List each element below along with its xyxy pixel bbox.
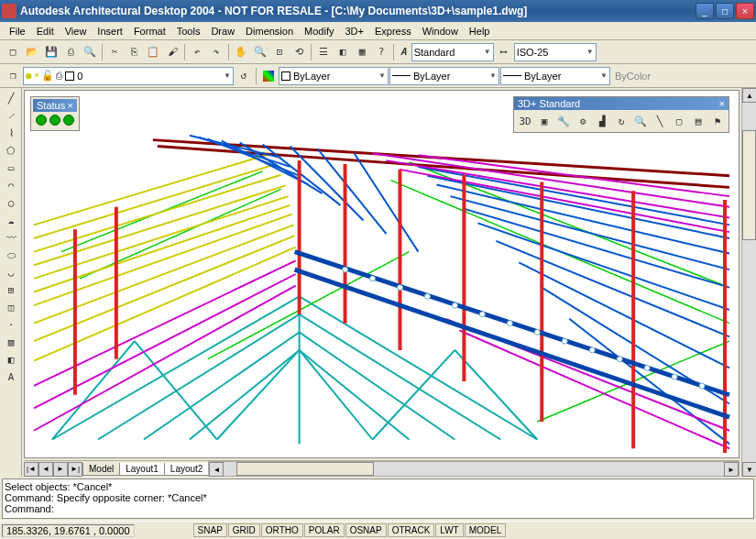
layerprev-button[interactable]: ↺: [235, 67, 253, 85]
coordinates-display[interactable]: 185.3326, 19.6761 , 0.0000: [2, 524, 135, 537]
maximize-button[interactable]: □: [716, 3, 734, 19]
3d-button-1[interactable]: 3D: [516, 112, 534, 130]
color-combo[interactable]: ByLayer ▼: [279, 67, 389, 85]
point-tool[interactable]: ·: [2, 316, 20, 333]
3d-button-3[interactable]: 🔧: [554, 112, 573, 130]
menu-format[interactable]: Format: [128, 24, 171, 38]
menu-draw[interactable]: Draw: [205, 24, 240, 38]
menu-insert[interactable]: Insert: [92, 24, 128, 38]
undo-button[interactable]: ↶: [188, 43, 206, 61]
toolpalette-button[interactable]: ▦: [353, 43, 371, 61]
copy-button[interactable]: ⎘: [125, 43, 143, 61]
menu-3dplus[interactable]: 3D+: [339, 24, 369, 38]
3d-button-6[interactable]: ↻: [612, 112, 630, 130]
otrack-toggle[interactable]: OTRACK: [388, 523, 435, 537]
tab-layout1[interactable]: Layout1: [119, 463, 165, 476]
3d-button-9[interactable]: ▢: [670, 112, 688, 130]
linetype-combo[interactable]: ByLayer ▼: [389, 67, 499, 85]
hscroll-thumb[interactable]: [236, 462, 374, 476]
line-tool[interactable]: ╱: [2, 90, 20, 106]
scroll-right-button[interactable]: ►: [724, 462, 739, 477]
model-toggle[interactable]: MODEL: [465, 523, 507, 537]
ortho-toggle[interactable]: ORTHO: [261, 523, 303, 537]
menu-express[interactable]: Express: [369, 24, 417, 38]
menu-view[interactable]: View: [60, 24, 93, 38]
revcloud-tool[interactable]: ☁: [2, 212, 20, 228]
ellipsearc-tool[interactable]: ◡: [2, 264, 20, 280]
preview-button[interactable]: 🔍: [81, 43, 99, 61]
menu-edit[interactable]: Edit: [31, 24, 60, 38]
3d-button-8[interactable]: ╲: [651, 112, 669, 130]
circle-tool[interactable]: ○: [2, 194, 20, 211]
zoomprev-button[interactable]: ⟲: [290, 43, 308, 61]
3d-button-7[interactable]: 🔍: [631, 112, 650, 130]
insertblock-tool[interactable]: ⊞: [2, 281, 20, 298]
3d-button-5[interactable]: ▟: [593, 112, 611, 130]
menu-help[interactable]: Help: [464, 24, 496, 38]
text-tool[interactable]: A: [2, 368, 20, 385]
rectangle-tool[interactable]: ▭: [2, 160, 20, 176]
close-button[interactable]: ×: [736, 3, 754, 19]
hatch-tool[interactable]: ▨: [2, 334, 20, 350]
tab-prev-button[interactable]: ◄: [38, 462, 53, 477]
help-button[interactable]: ?: [372, 43, 390, 61]
zoomwin-button[interactable]: ⊡: [270, 43, 289, 61]
status-panel-titlebar[interactable]: Status ×: [33, 99, 77, 112]
tab-first-button[interactable]: |◄: [24, 462, 38, 477]
paste-button[interactable]: 📋: [144, 43, 162, 61]
menu-window[interactable]: Window: [417, 24, 464, 38]
region-tool[interactable]: ◧: [2, 351, 20, 368]
tab-layout2[interactable]: Layout2: [164, 463, 210, 476]
vscroll-thumb[interactable]: [742, 130, 756, 240]
polyline-tool[interactable]: ⌇: [2, 125, 20, 141]
new-button[interactable]: □: [4, 43, 22, 61]
scroll-up-button[interactable]: ▲: [742, 88, 756, 103]
menu-tools[interactable]: Tools: [171, 24, 206, 38]
3dplus-toolbar-titlebar[interactable]: 3D+ Standard ×: [514, 97, 729, 110]
3d-button-2[interactable]: ▣: [535, 112, 553, 130]
3d-button-11[interactable]: ⚑: [708, 112, 727, 130]
snap-toggle[interactable]: SNAP: [193, 523, 227, 537]
designcenter-button[interactable]: ◧: [334, 43, 352, 61]
xline-tool[interactable]: ⟋: [2, 107, 20, 124]
dimstyle-combo[interactable]: ISO-25 ▼: [514, 43, 597, 61]
lineweight-combo[interactable]: ByLayer ▼: [500, 67, 610, 85]
matchprop-button[interactable]: 🖌: [163, 43, 181, 61]
open-button[interactable]: 📂: [23, 43, 41, 61]
tab-last-button[interactable]: ►|: [68, 462, 82, 477]
status-dot-2[interactable]: [49, 115, 60, 126]
scroll-down-button[interactable]: ▼: [742, 462, 756, 477]
minimize-button[interactable]: _: [696, 3, 714, 19]
menu-file[interactable]: File: [4, 24, 31, 38]
scroll-left-button[interactable]: ◄: [209, 462, 224, 477]
menu-modify[interactable]: Modify: [299, 24, 339, 38]
properties-button[interactable]: ☰: [314, 43, 333, 61]
grid-toggle[interactable]: GRID: [228, 523, 260, 537]
polygon-tool[interactable]: ⬠: [2, 142, 20, 159]
3d-button-4[interactable]: ⚙: [574, 112, 592, 130]
layer-manager-button[interactable]: ❒: [4, 67, 22, 85]
command-window[interactable]: Select objects: *Cancel* Command: Specif…: [2, 478, 754, 519]
3dplus-toolbar-close[interactable]: ×: [719, 98, 725, 109]
ellipse-tool[interactable]: ⬭: [2, 247, 20, 263]
print-button[interactable]: ⎙: [61, 43, 80, 61]
lwt-toggle[interactable]: LWT: [435, 523, 463, 537]
cmd-prompt[interactable]: Command:: [5, 503, 751, 514]
tab-next-button[interactable]: ►: [53, 462, 68, 477]
tab-model[interactable]: Model: [82, 463, 120, 476]
color-button[interactable]: [259, 67, 278, 85]
dimstyle-button[interactable]: ⟷: [495, 43, 513, 61]
makeblock-tool[interactable]: ◫: [2, 299, 20, 315]
polar-toggle[interactable]: POLAR: [304, 523, 345, 537]
spline-tool[interactable]: 〰: [2, 229, 20, 246]
vscrollbar[interactable]: ▲ ▼: [741, 88, 756, 477]
hscrollbar[interactable]: ◄ ►: [208, 461, 740, 477]
cut-button[interactable]: ✂: [105, 43, 124, 61]
status-panel-close[interactable]: ×: [68, 100, 73, 111]
status-dot-3[interactable]: [63, 115, 74, 126]
pan-button[interactable]: ✋: [232, 43, 250, 61]
status-dot-1[interactable]: [36, 115, 47, 126]
drawing-canvas[interactable]: Status × 3D+ Standard × 3D ▣ 🔧: [24, 90, 740, 458]
3d-button-10[interactable]: ▤: [689, 112, 707, 130]
arc-tool[interactable]: ⌒: [2, 177, 20, 193]
